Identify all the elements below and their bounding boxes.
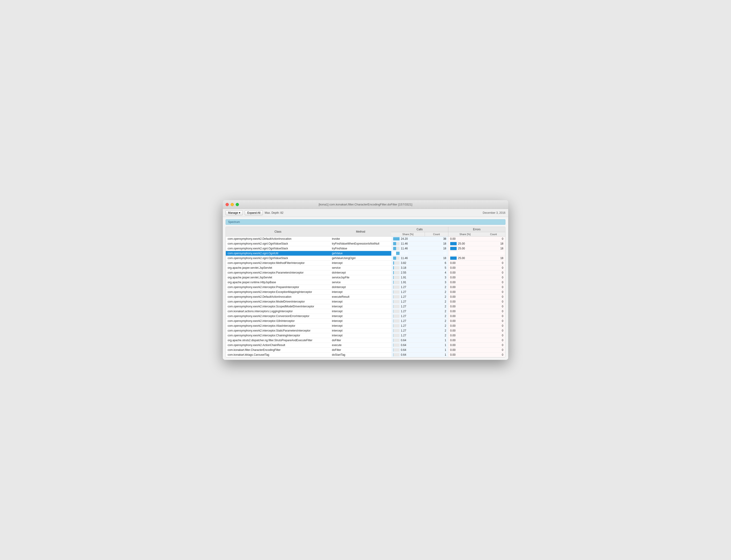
errors-share-cell: 25.00 bbox=[448, 246, 482, 251]
calls-count-cell: 2 bbox=[425, 319, 448, 323]
calls-share-cell: 1.27 bbox=[391, 323, 425, 328]
method-cell: doFilter bbox=[330, 348, 391, 352]
calls-count-cell: 4 bbox=[425, 270, 448, 275]
errors-count-cell: 18 bbox=[482, 246, 505, 251]
manage-button[interactable]: Manage ▾ bbox=[225, 210, 243, 215]
table-row[interactable]: com.opensymphony.xwork2.DefaultActionInv… bbox=[226, 237, 505, 241]
table-row[interactable]: com.konakart.actions.interceptors.Loggin… bbox=[226, 309, 505, 314]
table-row[interactable]: org.apache.jasper.servlet.JspServlet ser… bbox=[226, 275, 505, 280]
errors-share-cell: 0.00 bbox=[448, 319, 482, 323]
table-row[interactable]: com.opensymphony.xwork2.interceptor.Conv… bbox=[226, 314, 505, 319]
class-cell: com.opensymphony.xwork2.ActionChainResul… bbox=[226, 343, 330, 348]
expand-all-button[interactable]: Expand All bbox=[245, 210, 263, 215]
calls-share-cell: 11.46 bbox=[391, 246, 425, 251]
errors-share-cell: 0.00 bbox=[448, 323, 482, 328]
data-table: Class Method Calls Errors Share [%] Coun… bbox=[225, 227, 506, 358]
table-row[interactable]: com.opensymphony.xwork2.ognl.OgnlValueSt… bbox=[226, 241, 505, 246]
table-row[interactable]: com.opensymphony.xwork2.interceptor.Para… bbox=[226, 270, 505, 275]
errors-count-cell: 0 bbox=[482, 275, 505, 280]
calls-count-cell: 18 bbox=[425, 256, 448, 261]
method-cell: service bbox=[330, 280, 391, 285]
errors-count-cell: 0 bbox=[482, 323, 505, 328]
errors-count-cell: 0 bbox=[482, 280, 505, 285]
date-label: December 3, 2016 bbox=[483, 211, 506, 214]
max-depth-label: Max. Depth: 82 bbox=[265, 211, 283, 214]
method-cell: intercept bbox=[330, 304, 391, 309]
errors-count-cell: 0 bbox=[482, 270, 505, 275]
class-cell: org.apache.jasper.servlet.JspServlet bbox=[226, 275, 330, 280]
table-row[interactable]: com.opensymphony.xwork2.interceptor.Scop… bbox=[226, 304, 505, 309]
method-cell: service bbox=[330, 266, 391, 270]
errors-share-cell: 0.00 bbox=[448, 309, 482, 314]
table-row[interactable]: com.opensymphony.xwork2.interceptor.Mode… bbox=[226, 299, 505, 304]
calls-share-cell: 1.27 bbox=[391, 314, 425, 319]
fullscreen-button[interactable] bbox=[236, 203, 239, 206]
main-window: [kona1] com.konakart.filter.CharacterEnc… bbox=[223, 200, 508, 360]
calls-count-cell: 1 bbox=[425, 352, 448, 357]
class-cell: com.opensymphony.xwork2.interceptor.Stat… bbox=[226, 328, 330, 333]
table-row[interactable]: com.opensymphony.xwork2.ActionChainResul… bbox=[226, 343, 505, 348]
calls-count-cell: 18 bbox=[425, 241, 448, 246]
errors-count-cell: 0 bbox=[482, 261, 505, 266]
calls-share-cell: 24.20 bbox=[391, 237, 425, 241]
section-header: Spectrum bbox=[225, 219, 506, 225]
table-row[interactable]: org.apache.jasper.servlet.JspServlet ser… bbox=[226, 266, 505, 270]
table-row[interactable]: com.opensymphony.xwork2.interceptor.Exce… bbox=[226, 290, 505, 294]
method-cell: doStartTag bbox=[330, 352, 391, 357]
errors-count-cell: 0 bbox=[482, 304, 505, 309]
table-row[interactable]: org.apache.jasper.runtime.HttpJspBase se… bbox=[226, 280, 505, 285]
calls-share-cell: 1.27 bbox=[391, 285, 425, 290]
calls-share-header: Share [%] bbox=[391, 232, 425, 237]
errors-share-cell: 0.00 bbox=[448, 280, 482, 285]
errors-count-cell: 0 bbox=[482, 237, 505, 241]
calls-count-cell: 1 bbox=[425, 348, 448, 352]
method-cell: intercept bbox=[330, 333, 391, 338]
content-area: Spectrum Class Method Calls Errors Share… bbox=[223, 217, 508, 360]
table-row[interactable]: com.opensymphony.xwork2.ognl.OgnlValueSt… bbox=[226, 256, 505, 261]
calls-share-cell: 1.91 bbox=[391, 280, 425, 285]
calls-count-cell: 2 bbox=[425, 285, 448, 290]
table-row[interactable]: com.opensymphony.xwork2.interceptor.Prep… bbox=[226, 285, 505, 290]
table-row[interactable]: com.konakart.filter.CharacterEncodingFil… bbox=[226, 348, 505, 352]
table-row[interactable]: com.opensymphony.xwork2.interceptor.Alia… bbox=[226, 323, 505, 328]
errors-share-cell: 0.00 bbox=[448, 261, 482, 266]
calls-share-cell: 1.27 bbox=[391, 333, 425, 338]
table-row[interactable]: com.opensymphony.xwork2.interceptor.Meth… bbox=[226, 261, 505, 266]
errors-count-cell: 0 bbox=[482, 348, 505, 352]
class-cell: com.opensymphony.xwork2.interceptor.Conv… bbox=[226, 314, 330, 319]
class-cell: com.konakart.filter.CharacterEncodingFil… bbox=[226, 348, 330, 352]
errors-share-cell: 0.00 bbox=[448, 314, 482, 319]
method-cell: getValueUsingOgnl bbox=[330, 256, 391, 261]
table-row[interactable]: com.opensymphony.xwork2.interceptor.Chai… bbox=[226, 333, 505, 338]
minimize-button[interactable] bbox=[231, 203, 234, 206]
calls-count-cell: 6 bbox=[425, 261, 448, 266]
table-row[interactable]: org.apache.struts2.dispatcher.ng.filter.… bbox=[226, 338, 505, 343]
class-cell: com.opensymphony.xwork2.ognl.OgnlValueSt… bbox=[226, 256, 330, 261]
method-cell: intercept bbox=[330, 290, 391, 294]
table-row[interactable]: com.konakart.kktags.CarouselTag doStartT… bbox=[226, 352, 505, 357]
calls-share-cell: 1.27 bbox=[391, 299, 425, 304]
errors-share-cell: 0.00 bbox=[448, 237, 482, 241]
table-row[interactable]: com.opensymphony.xwork2.ognl.OgnlUtil ge… bbox=[226, 251, 505, 256]
calls-share-cell: 1.27 bbox=[391, 328, 425, 333]
errors-count-cell: 0 bbox=[482, 290, 505, 294]
class-cell: org.apache.jasper.servlet.JspServlet bbox=[226, 266, 330, 270]
close-button[interactable] bbox=[225, 203, 229, 206]
errors-share-cell: 0.00 bbox=[448, 285, 482, 290]
errors-share-cell: 0.00 bbox=[448, 275, 482, 280]
table-row[interactable]: com.opensymphony.xwork2.ognl.OgnlValueSt… bbox=[226, 246, 505, 251]
calls-share-cell: 1.27 bbox=[391, 304, 425, 309]
calls-share-cell: 1.91 bbox=[391, 275, 425, 280]
window-title: [kona1] com.konakart.filter.CharacterEnc… bbox=[319, 203, 413, 206]
errors-count-cell: 18 bbox=[482, 251, 505, 256]
errors-share-cell: 0.00 bbox=[448, 290, 482, 294]
class-cell: com.opensymphony.xwork2.interceptor.Chai… bbox=[226, 333, 330, 338]
method-cell: doFilter bbox=[330, 338, 391, 343]
table-row[interactable]: com.opensymphony.xwork2.interceptor.I18n… bbox=[226, 319, 505, 323]
table-row[interactable]: com.opensymphony.xwork2.DefaultActionInv… bbox=[226, 294, 505, 299]
table-row[interactable]: com.opensymphony.xwork2.interceptor.Stat… bbox=[226, 328, 505, 333]
calls-count-cell: 2 bbox=[425, 328, 448, 333]
method-cell: invoke bbox=[330, 237, 391, 241]
errors-count-cell: 0 bbox=[482, 299, 505, 304]
calls-count-cell: 2 bbox=[425, 299, 448, 304]
